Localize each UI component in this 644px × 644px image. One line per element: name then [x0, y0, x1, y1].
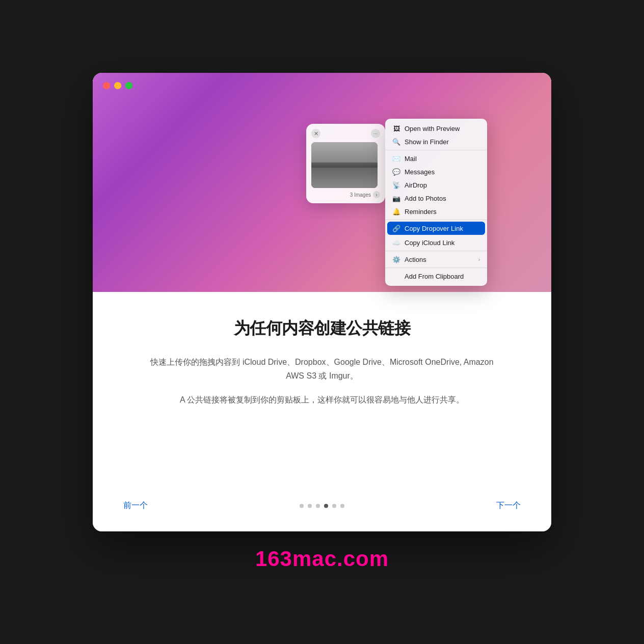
dot-2[interactable]	[308, 504, 312, 508]
shelf-image-preview	[311, 142, 378, 188]
menu-divider-3	[385, 251, 487, 251]
actions-icon: ⚙️	[392, 255, 400, 263]
dot-4-active[interactable]	[324, 504, 328, 508]
messages-icon: 💬	[392, 168, 400, 176]
menu-item-add-clipboard[interactable]: Add From Clipboard	[385, 270, 487, 283]
images-count-label: 3 Images	[350, 192, 371, 198]
nav-footer: 前一个 下一个	[123, 500, 521, 511]
app-window: ✕ ··· 3 Images ›	[93, 73, 551, 531]
photos-icon: 📷	[392, 194, 400, 202]
mail-icon: ✉️	[392, 154, 400, 163]
menu-item-messages[interactable]: 💬 Messages	[385, 165, 487, 178]
clipboard-icon	[392, 272, 400, 280]
description-2: A 公共链接将被复制到你的剪贴板上，这样你就可以很容易地与他人进行共享。	[144, 393, 500, 407]
shelf-more-button[interactable]: ···	[371, 129, 380, 138]
shelf-footer: 3 Images ›	[311, 191, 380, 198]
description-1: 快速上传你的拖拽内容到 iCloud Drive、Dropbox、Google …	[144, 355, 500, 383]
x-icon: ✕	[314, 130, 318, 137]
menu-label-reminders: Reminders	[405, 208, 437, 216]
menu-divider-1	[385, 150, 487, 150]
menu-label-messages: Messages	[405, 168, 435, 176]
menu-item-add-photos[interactable]: 📷 Add to Photos	[385, 192, 487, 205]
menu-divider-2	[385, 220, 487, 220]
content-area: 为任何内容创建公共链接 快速上传你的拖拽内容到 iCloud Drive、Dro…	[144, 317, 500, 407]
menu-label-actions: Actions	[405, 256, 426, 263]
dropover-widget: ✕ ··· 3 Images ›	[306, 124, 385, 203]
menu-label-copy-dropover: Copy Dropover Link	[405, 225, 463, 232]
menu-label-copy-icloud: Copy iCloud Link	[405, 239, 454, 247]
submenu-arrow-icon: ›	[478, 257, 480, 262]
minimize-button[interactable]	[114, 82, 121, 89]
maximize-button[interactable]	[125, 82, 132, 89]
shelf-arrow-icon[interactable]: ›	[373, 191, 380, 198]
menu-label-show-finder: Show in Finder	[405, 138, 449, 146]
shelf-close-button[interactable]: ✕	[311, 129, 320, 138]
dot-6[interactable]	[340, 504, 344, 508]
menu-item-airdrop[interactable]: 📡 AirDrop	[385, 178, 487, 192]
dot-1[interactable]	[300, 504, 304, 508]
watermark: 163mac.com	[255, 547, 389, 571]
prev-button[interactable]: 前一个	[123, 500, 148, 511]
menu-divider-4	[385, 267, 487, 268]
menu-item-mail[interactable]: ✉️ Mail	[385, 152, 487, 165]
context-menu: 🖼 Open with Preview 🔍 Show in Finder ✉️ …	[385, 119, 487, 286]
preview-icon: 🖼	[392, 124, 400, 132]
menu-item-copy-dropover[interactable]: 🔗 Copy Dropover Link	[387, 222, 485, 235]
menu-label-mail: Mail	[405, 155, 417, 163]
shelf-header: ✕ ···	[311, 129, 380, 138]
dots-icon: ···	[373, 131, 378, 136]
menu-item-open-preview[interactable]: 🖼 Open with Preview	[385, 122, 487, 135]
chevron-right-icon: ›	[375, 192, 377, 198]
link-icon: 🔗	[392, 224, 400, 232]
menu-item-show-finder[interactable]: 🔍 Show in Finder	[385, 135, 487, 148]
main-title: 为任何内容创建公共链接	[144, 317, 500, 340]
next-button[interactable]: 下一个	[496, 500, 521, 511]
menu-item-copy-icloud[interactable]: ☁️ Copy iCloud Link	[385, 236, 487, 249]
menu-label-open-preview: Open with Preview	[405, 125, 460, 132]
menu-label-add-photos: Add to Photos	[405, 195, 446, 202]
finder-icon: 🔍	[392, 138, 400, 146]
airdrop-icon: 📡	[392, 181, 400, 189]
hero-section: ✕ ··· 3 Images ›	[93, 73, 551, 292]
page-dots	[300, 504, 344, 508]
menu-item-actions[interactable]: ⚙️ Actions ›	[385, 253, 487, 266]
close-button[interactable]	[103, 82, 110, 89]
menu-label-airdrop: AirDrop	[405, 181, 427, 189]
dot-3[interactable]	[316, 504, 320, 508]
icloud-icon: ☁️	[392, 238, 400, 247]
traffic-lights	[103, 82, 132, 89]
menu-label-add-clipboard: Add From Clipboard	[405, 273, 464, 280]
reminders-icon: 🔔	[392, 207, 400, 216]
image-content	[311, 142, 378, 188]
bottom-section: 为任何内容创建公共链接 快速上传你的拖拽内容到 iCloud Drive、Dro…	[93, 292, 551, 531]
shelf-panel: ✕ ··· 3 Images ›	[306, 124, 385, 203]
dot-5[interactable]	[332, 504, 336, 508]
menu-item-reminders[interactable]: 🔔 Reminders	[385, 205, 487, 218]
